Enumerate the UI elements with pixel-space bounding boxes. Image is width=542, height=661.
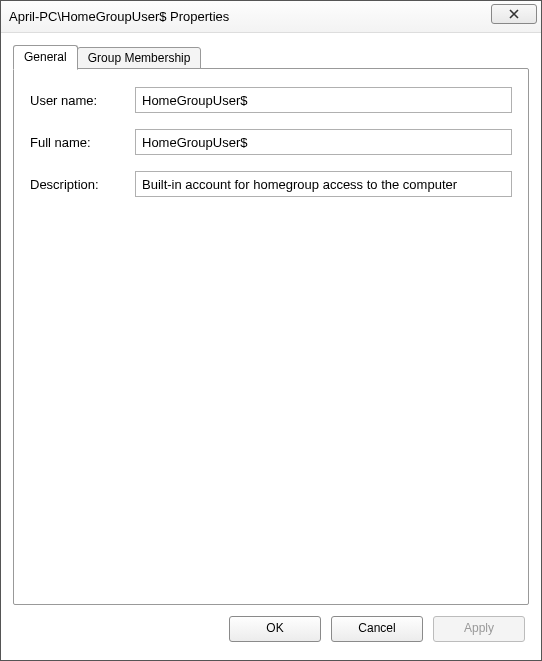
description-input[interactable] <box>135 171 512 197</box>
description-label: Description: <box>30 177 135 192</box>
tab-group-membership[interactable]: Group Membership <box>77 47 202 69</box>
username-label: User name: <box>30 93 135 108</box>
properties-dialog: April-PC\HomeGroupUser$ Properties Gener… <box>0 0 542 661</box>
titlebar: April-PC\HomeGroupUser$ Properties <box>1 1 541 33</box>
apply-button[interactable]: Apply <box>433 616 525 642</box>
field-row-username: User name: <box>30 87 512 113</box>
tab-general[interactable]: General <box>13 45 78 70</box>
fullname-label: Full name: <box>30 135 135 150</box>
tab-panel-general: User name: Full name: Description: <box>13 68 529 605</box>
window-title: April-PC\HomeGroupUser$ Properties <box>9 9 491 24</box>
cancel-button[interactable]: Cancel <box>331 616 423 642</box>
ok-button[interactable]: OK <box>229 616 321 642</box>
field-row-fullname: Full name: <box>30 129 512 155</box>
field-row-description: Description: <box>30 171 512 197</box>
close-icon <box>508 9 520 19</box>
fullname-input[interactable] <box>135 129 512 155</box>
dialog-body: General Group Membership User name: Full… <box>1 33 541 660</box>
tabs-container: General Group Membership User name: Full… <box>13 45 529 606</box>
dialog-buttons: OK Cancel Apply <box>13 606 529 652</box>
username-input[interactable] <box>135 87 512 113</box>
tab-row: General Group Membership <box>13 45 529 69</box>
close-button[interactable] <box>491 4 537 24</box>
